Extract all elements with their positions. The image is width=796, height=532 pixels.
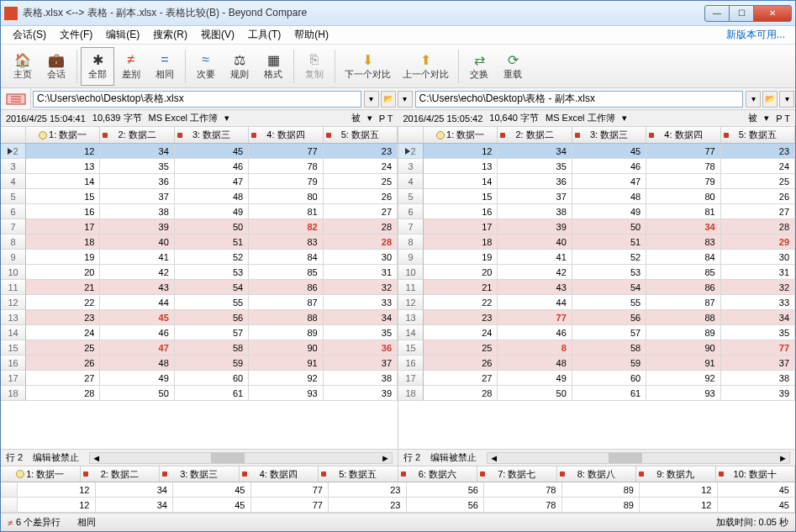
cell[interactable]: 17 — [424, 219, 498, 234]
table-row[interactable]: 122244558733 — [398, 295, 795, 310]
detail-column-header[interactable]: 8: 数据八 — [557, 466, 637, 482]
cell[interactable]: 26 — [26, 356, 100, 371]
table-row[interactable]: 162648599137 — [1, 356, 398, 371]
table-row[interactable]: 182850619339 — [1, 386, 398, 401]
table-row[interactable]: 21234457723 — [1, 144, 398, 159]
cell[interactable]: 87 — [249, 295, 323, 310]
cell[interactable]: 20 — [424, 265, 498, 280]
left-grid[interactable]: 2123445772331335467824414364779255153748… — [1, 144, 398, 449]
table-row[interactable]: 91941528430 — [398, 250, 795, 265]
cell[interactable]: 85 — [646, 265, 720, 280]
close-button[interactable]: ✕ — [753, 5, 792, 22]
cell[interactable]: 90 — [646, 340, 720, 356]
detail-column-header[interactable]: 9: 数据九 — [636, 466, 716, 482]
detail-column-header[interactable]: 3: 数据三 — [160, 466, 240, 482]
cell[interactable]: 38 — [498, 204, 572, 219]
cell[interactable]: 30 — [721, 250, 795, 265]
column-header[interactable]: 4: 数据四 — [249, 127, 323, 143]
minimize-button[interactable]: — — [704, 5, 730, 22]
cell[interactable]: 43 — [100, 280, 174, 295]
table-row[interactable]: 81840518328 — [1, 234, 398, 250]
cell[interactable]: 34 — [498, 144, 572, 159]
cell[interactable]: 24 — [324, 159, 398, 174]
cell[interactable]: 47 — [572, 174, 646, 189]
cell[interactable]: 50 — [100, 386, 174, 401]
cell[interactable]: 37 — [498, 189, 572, 204]
detail-column-header[interactable]: 7: 数据七 — [477, 466, 557, 482]
table-row[interactable]: 51537488026 — [398, 189, 795, 204]
cell[interactable]: 51 — [175, 234, 249, 250]
cell[interactable]: 46 — [572, 159, 646, 174]
cell[interactable]: 89 — [249, 325, 323, 340]
cell[interactable]: 82 — [249, 219, 323, 234]
column-header[interactable]: 2: 数据二 — [100, 127, 174, 143]
cell[interactable]: 28 — [721, 219, 795, 234]
cell[interactable]: 77 — [721, 340, 795, 356]
cell[interactable]: 52 — [572, 250, 646, 265]
left-pt[interactable]: P T — [379, 113, 393, 124]
table-row[interactable]: 61638498127 — [398, 204, 795, 219]
cell[interactable]: 34 — [721, 310, 795, 325]
cell[interactable]: 27 — [424, 371, 498, 386]
cell[interactable]: 49 — [100, 371, 174, 386]
right-pt[interactable]: P T — [776, 113, 790, 124]
cell[interactable]: 86 — [249, 280, 323, 295]
cell[interactable]: 48 — [100, 356, 174, 371]
right-browse-button[interactable]: 📂 — [762, 91, 778, 108]
cell[interactable]: 42 — [100, 265, 174, 280]
cell[interactable]: 39 — [498, 219, 572, 234]
table-row[interactable]: 102042538531 — [398, 265, 795, 280]
table-row[interactable]: 71739503428 — [398, 219, 795, 234]
cell[interactable]: 87 — [646, 295, 720, 310]
cell[interactable]: 23 — [26, 310, 100, 325]
cell[interactable]: 37 — [324, 356, 398, 371]
column-header[interactable]: 5: 数据五 — [324, 127, 398, 143]
cell[interactable]: 34 — [324, 310, 398, 325]
cell[interactable]: 48 — [175, 189, 249, 204]
cell[interactable]: 26 — [721, 189, 795, 204]
table-row[interactable]: 41436477925 — [398, 174, 795, 189]
cell[interactable]: 55 — [175, 295, 249, 310]
cell[interactable]: 27 — [324, 204, 398, 219]
cell[interactable]: 55 — [572, 295, 646, 310]
cell[interactable]: 31 — [721, 265, 795, 280]
cell[interactable]: 46 — [498, 325, 572, 340]
cell[interactable]: 46 — [175, 159, 249, 174]
cell[interactable]: 35 — [100, 159, 174, 174]
cell[interactable]: 19 — [424, 250, 498, 265]
right-type-dd[interactable]: ▾ — [622, 113, 627, 124]
cell[interactable]: 78 — [249, 159, 323, 174]
cell[interactable]: 21 — [424, 280, 498, 295]
right-role-dd[interactable]: ▾ — [764, 113, 769, 124]
cell[interactable]: 33 — [324, 295, 398, 310]
detail-column-header[interactable]: 10: 数据十 — [716, 466, 796, 482]
cell[interactable]: 49 — [498, 371, 572, 386]
cell[interactable]: 60 — [572, 371, 646, 386]
cell[interactable]: 44 — [498, 295, 572, 310]
tb-next-diff[interactable]: ⬇下一个对比 — [339, 47, 397, 86]
cell[interactable]: 50 — [498, 386, 572, 401]
table-row[interactable]: 142446578935 — [1, 325, 398, 340]
cell[interactable]: 56 — [175, 310, 249, 325]
table-row[interactable]: 172749609238 — [1, 371, 398, 386]
cell[interactable]: 24 — [26, 325, 100, 340]
tb-sessions[interactable]: 💼会话 — [40, 47, 73, 86]
cell[interactable]: 15 — [26, 189, 100, 204]
left-browse-button[interactable]: 📂 — [381, 91, 396, 108]
cell[interactable]: 85 — [249, 265, 323, 280]
cell[interactable]: 27 — [721, 204, 795, 219]
cell[interactable]: 28 — [26, 386, 100, 401]
cell[interactable]: 26 — [324, 189, 398, 204]
cell[interactable]: 35 — [324, 325, 398, 340]
right-menu-button[interactable]: ▾ — [779, 91, 794, 108]
table-row[interactable]: 132377568834 — [398, 310, 795, 325]
cell[interactable]: 57 — [175, 325, 249, 340]
cell[interactable]: 58 — [175, 340, 249, 356]
table-row[interactable]: 122244558733 — [1, 295, 398, 310]
cell[interactable]: 81 — [249, 204, 323, 219]
tb-diffs[interactable]: ≠差别 — [114, 47, 148, 86]
cell[interactable]: 12 — [26, 144, 100, 159]
cell[interactable]: 29 — [721, 234, 795, 250]
cell[interactable]: 80 — [646, 189, 720, 204]
cell[interactable]: 41 — [100, 250, 174, 265]
